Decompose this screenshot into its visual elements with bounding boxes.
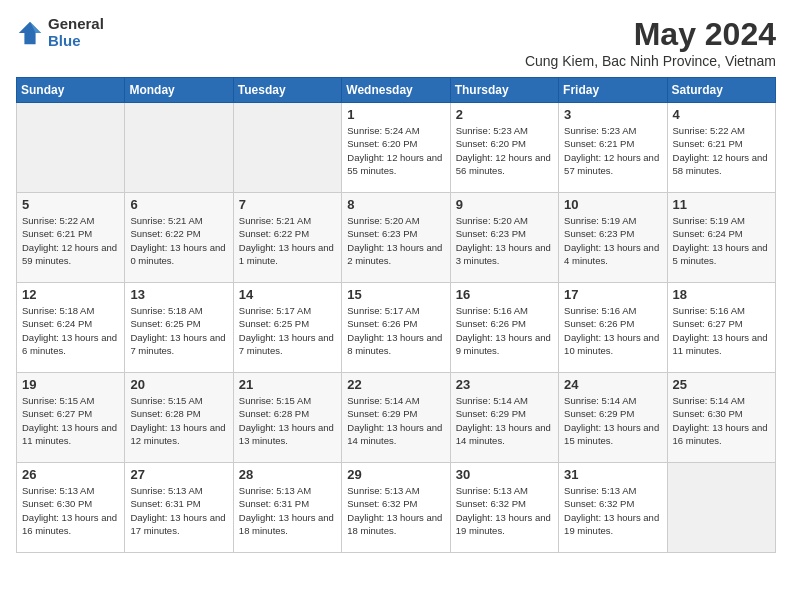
day-number: 31 — [564, 467, 661, 482]
header-cell-sunday: Sunday — [17, 78, 125, 103]
header-cell-monday: Monday — [125, 78, 233, 103]
cell-info: Sunrise: 5:16 AMSunset: 6:26 PMDaylight:… — [564, 304, 661, 357]
calendar-cell: 9Sunrise: 5:20 AMSunset: 6:23 PMDaylight… — [450, 193, 558, 283]
cell-info: Sunrise: 5:21 AMSunset: 6:22 PMDaylight:… — [130, 214, 227, 267]
day-number: 23 — [456, 377, 553, 392]
day-number: 25 — [673, 377, 770, 392]
calendar-week-1: 1Sunrise: 5:24 AMSunset: 6:20 PMDaylight… — [17, 103, 776, 193]
day-number: 1 — [347, 107, 444, 122]
logo: General Blue — [16, 16, 104, 49]
calendar-cell: 12Sunrise: 5:18 AMSunset: 6:24 PMDayligh… — [17, 283, 125, 373]
calendar-cell: 23Sunrise: 5:14 AMSunset: 6:29 PMDayligh… — [450, 373, 558, 463]
calendar-cell: 31Sunrise: 5:13 AMSunset: 6:32 PMDayligh… — [559, 463, 667, 553]
cell-info: Sunrise: 5:22 AMSunset: 6:21 PMDaylight:… — [673, 124, 770, 177]
day-number: 29 — [347, 467, 444, 482]
day-number: 9 — [456, 197, 553, 212]
calendar-cell: 11Sunrise: 5:19 AMSunset: 6:24 PMDayligh… — [667, 193, 775, 283]
day-number: 3 — [564, 107, 661, 122]
calendar-body: 1Sunrise: 5:24 AMSunset: 6:20 PMDaylight… — [17, 103, 776, 553]
cell-info: Sunrise: 5:15 AMSunset: 6:27 PMDaylight:… — [22, 394, 119, 447]
day-number: 16 — [456, 287, 553, 302]
logo-icon — [16, 19, 44, 47]
day-number: 19 — [22, 377, 119, 392]
cell-info: Sunrise: 5:17 AMSunset: 6:25 PMDaylight:… — [239, 304, 336, 357]
day-number: 4 — [673, 107, 770, 122]
calendar-cell: 17Sunrise: 5:16 AMSunset: 6:26 PMDayligh… — [559, 283, 667, 373]
calendar-week-3: 12Sunrise: 5:18 AMSunset: 6:24 PMDayligh… — [17, 283, 776, 373]
calendar-cell: 29Sunrise: 5:13 AMSunset: 6:32 PMDayligh… — [342, 463, 450, 553]
calendar-cell: 5Sunrise: 5:22 AMSunset: 6:21 PMDaylight… — [17, 193, 125, 283]
calendar-cell: 1Sunrise: 5:24 AMSunset: 6:20 PMDaylight… — [342, 103, 450, 193]
calendar-week-5: 26Sunrise: 5:13 AMSunset: 6:30 PMDayligh… — [17, 463, 776, 553]
day-number: 11 — [673, 197, 770, 212]
day-number: 14 — [239, 287, 336, 302]
cell-info: Sunrise: 5:13 AMSunset: 6:30 PMDaylight:… — [22, 484, 119, 537]
calendar-cell: 26Sunrise: 5:13 AMSunset: 6:30 PMDayligh… — [17, 463, 125, 553]
header-cell-tuesday: Tuesday — [233, 78, 341, 103]
cell-info: Sunrise: 5:21 AMSunset: 6:22 PMDaylight:… — [239, 214, 336, 267]
cell-info: Sunrise: 5:14 AMSunset: 6:29 PMDaylight:… — [564, 394, 661, 447]
calendar-cell: 22Sunrise: 5:14 AMSunset: 6:29 PMDayligh… — [342, 373, 450, 463]
calendar-cell: 20Sunrise: 5:15 AMSunset: 6:28 PMDayligh… — [125, 373, 233, 463]
day-number: 22 — [347, 377, 444, 392]
cell-info: Sunrise: 5:14 AMSunset: 6:29 PMDaylight:… — [347, 394, 444, 447]
calendar-cell — [667, 463, 775, 553]
day-number: 10 — [564, 197, 661, 212]
header-cell-wednesday: Wednesday — [342, 78, 450, 103]
calendar-cell — [125, 103, 233, 193]
cell-info: Sunrise: 5:15 AMSunset: 6:28 PMDaylight:… — [239, 394, 336, 447]
cell-info: Sunrise: 5:19 AMSunset: 6:24 PMDaylight:… — [673, 214, 770, 267]
cell-info: Sunrise: 5:16 AMSunset: 6:26 PMDaylight:… — [456, 304, 553, 357]
cell-info: Sunrise: 5:20 AMSunset: 6:23 PMDaylight:… — [456, 214, 553, 267]
day-number: 18 — [673, 287, 770, 302]
page-header: General Blue May 2024 Cung Kiem, Bac Nin… — [16, 16, 776, 69]
calendar-header: SundayMondayTuesdayWednesdayThursdayFrid… — [17, 78, 776, 103]
cell-info: Sunrise: 5:13 AMSunset: 6:32 PMDaylight:… — [347, 484, 444, 537]
location: Cung Kiem, Bac Ninh Province, Vietnam — [525, 53, 776, 69]
calendar-cell: 7Sunrise: 5:21 AMSunset: 6:22 PMDaylight… — [233, 193, 341, 283]
cell-info: Sunrise: 5:17 AMSunset: 6:26 PMDaylight:… — [347, 304, 444, 357]
cell-info: Sunrise: 5:13 AMSunset: 6:32 PMDaylight:… — [456, 484, 553, 537]
cell-info: Sunrise: 5:19 AMSunset: 6:23 PMDaylight:… — [564, 214, 661, 267]
calendar-week-2: 5Sunrise: 5:22 AMSunset: 6:21 PMDaylight… — [17, 193, 776, 283]
day-number: 6 — [130, 197, 227, 212]
header-row: SundayMondayTuesdayWednesdayThursdayFrid… — [17, 78, 776, 103]
logo-general: General — [48, 16, 104, 33]
day-number: 26 — [22, 467, 119, 482]
day-number: 12 — [22, 287, 119, 302]
calendar-cell — [233, 103, 341, 193]
calendar-cell — [17, 103, 125, 193]
calendar-cell: 3Sunrise: 5:23 AMSunset: 6:21 PMDaylight… — [559, 103, 667, 193]
title-block: May 2024 Cung Kiem, Bac Ninh Province, V… — [525, 16, 776, 69]
cell-info: Sunrise: 5:13 AMSunset: 6:32 PMDaylight:… — [564, 484, 661, 537]
day-number: 21 — [239, 377, 336, 392]
calendar: SundayMondayTuesdayWednesdayThursdayFrid… — [16, 77, 776, 553]
day-number: 2 — [456, 107, 553, 122]
header-cell-friday: Friday — [559, 78, 667, 103]
calendar-cell: 8Sunrise: 5:20 AMSunset: 6:23 PMDaylight… — [342, 193, 450, 283]
calendar-cell: 18Sunrise: 5:16 AMSunset: 6:27 PMDayligh… — [667, 283, 775, 373]
cell-info: Sunrise: 5:22 AMSunset: 6:21 PMDaylight:… — [22, 214, 119, 267]
cell-info: Sunrise: 5:14 AMSunset: 6:30 PMDaylight:… — [673, 394, 770, 447]
calendar-cell: 21Sunrise: 5:15 AMSunset: 6:28 PMDayligh… — [233, 373, 341, 463]
calendar-cell: 24Sunrise: 5:14 AMSunset: 6:29 PMDayligh… — [559, 373, 667, 463]
day-number: 17 — [564, 287, 661, 302]
cell-info: Sunrise: 5:23 AMSunset: 6:21 PMDaylight:… — [564, 124, 661, 177]
calendar-cell: 28Sunrise: 5:13 AMSunset: 6:31 PMDayligh… — [233, 463, 341, 553]
cell-info: Sunrise: 5:23 AMSunset: 6:20 PMDaylight:… — [456, 124, 553, 177]
calendar-cell: 30Sunrise: 5:13 AMSunset: 6:32 PMDayligh… — [450, 463, 558, 553]
cell-info: Sunrise: 5:13 AMSunset: 6:31 PMDaylight:… — [239, 484, 336, 537]
header-cell-saturday: Saturday — [667, 78, 775, 103]
day-number: 8 — [347, 197, 444, 212]
calendar-cell: 27Sunrise: 5:13 AMSunset: 6:31 PMDayligh… — [125, 463, 233, 553]
calendar-cell: 13Sunrise: 5:18 AMSunset: 6:25 PMDayligh… — [125, 283, 233, 373]
cell-info: Sunrise: 5:18 AMSunset: 6:25 PMDaylight:… — [130, 304, 227, 357]
calendar-cell: 10Sunrise: 5:19 AMSunset: 6:23 PMDayligh… — [559, 193, 667, 283]
cell-info: Sunrise: 5:14 AMSunset: 6:29 PMDaylight:… — [456, 394, 553, 447]
cell-info: Sunrise: 5:18 AMSunset: 6:24 PMDaylight:… — [22, 304, 119, 357]
day-number: 13 — [130, 287, 227, 302]
calendar-week-4: 19Sunrise: 5:15 AMSunset: 6:27 PMDayligh… — [17, 373, 776, 463]
day-number: 27 — [130, 467, 227, 482]
cell-info: Sunrise: 5:16 AMSunset: 6:27 PMDaylight:… — [673, 304, 770, 357]
month-year: May 2024 — [525, 16, 776, 53]
